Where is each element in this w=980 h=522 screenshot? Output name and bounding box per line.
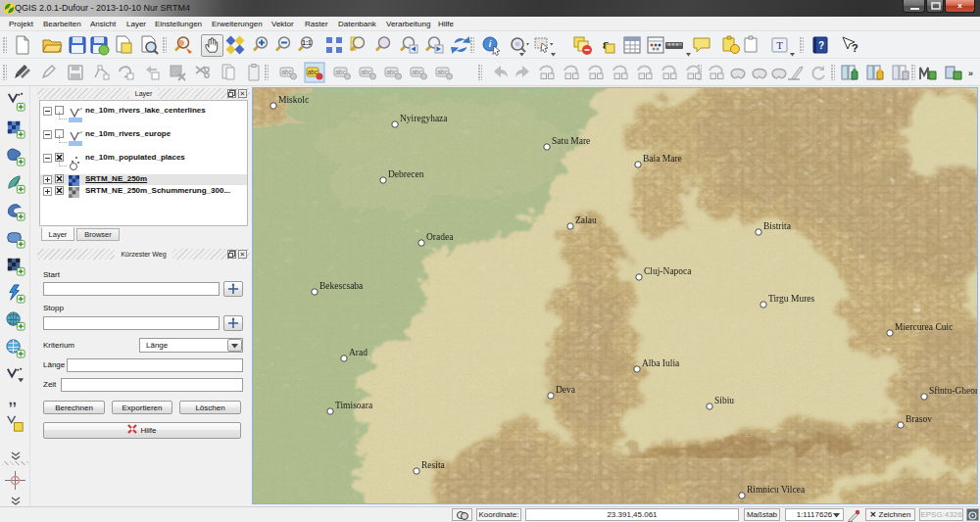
svg-text:Oradea: Oradea — [426, 232, 454, 242]
svg-text:Debrecen: Debrecen — [388, 169, 424, 179]
svg-text:Nyiregyhaza: Nyiregyhaza — [400, 114, 448, 123]
svg-text:Arad: Arad — [349, 348, 368, 357]
svg-text:Sfintu-Gheor: Sfintu-Gheor — [929, 386, 977, 396]
svg-text:Baia Mare: Baia Mare — [643, 154, 682, 164]
svg-text:Brasov: Brasov — [906, 414, 932, 424]
svg-text:Bekescsaba: Bekescsaba — [319, 281, 364, 291]
svg-text:T: T — [776, 39, 783, 51]
svg-text:,,: ,, — [9, 392, 17, 407]
svg-text:Timisoara: Timisoara — [335, 401, 373, 410]
svg-text:1:1: 1:1 — [302, 39, 312, 46]
svg-text:Sibiu: Sibiu — [714, 396, 734, 405]
svg-text:Satu Mare: Satu Mare — [552, 136, 590, 146]
svg-text:Resita: Resita — [421, 460, 446, 470]
svg-text:Alba Iulia: Alba Iulia — [642, 358, 680, 368]
svg-text:Zalau: Zalau — [575, 215, 597, 225]
svg-text:Tirgu Mures: Tirgu Mures — [768, 294, 815, 304]
svg-text:Miskolc: Miskolc — [278, 95, 309, 105]
svg-text:Bistrita: Bistrita — [763, 221, 792, 231]
svg-text:Deva: Deva — [556, 385, 576, 395]
svg-text:Rimnicu Vilcea: Rimnicu Vilcea — [747, 485, 806, 495]
svg-text:Cluj-Napoca: Cluj-Napoca — [644, 266, 692, 276]
svg-text:?: ? — [852, 42, 858, 54]
svg-text:Miercurea Cuic: Miercurea Cuic — [895, 322, 953, 332]
svg-text:?: ? — [818, 40, 824, 51]
